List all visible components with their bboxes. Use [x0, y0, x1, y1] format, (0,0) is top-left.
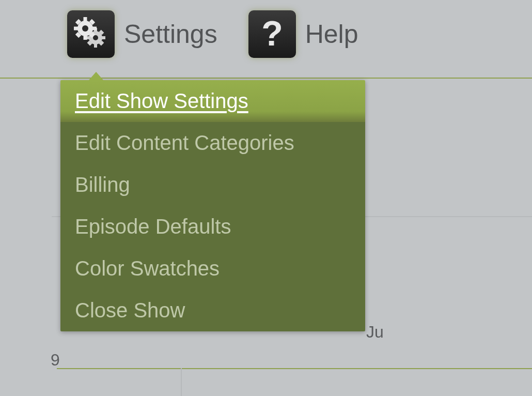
settings-label: Settings: [124, 19, 217, 49]
svg-rect-13: [84, 35, 87, 40]
menu-close-show[interactable]: Close Show: [60, 290, 365, 331]
gears-icon: [67, 10, 115, 58]
svg-rect-3: [94, 43, 97, 48]
svg-rect-14: [74, 27, 79, 31]
menu-color-swatches[interactable]: Color Swatches: [60, 248, 365, 290]
toolbar-divider: [0, 78, 532, 79]
menu-edit-show-settings[interactable]: Edit Show Settings: [60, 80, 365, 122]
calendar-col-label: Ju: [366, 323, 384, 342]
svg-rect-5: [101, 36, 105, 39]
toolbar: Settings ? Help: [0, 0, 532, 68]
svg-point-1: [93, 35, 98, 40]
menu-billing[interactable]: Billing: [60, 164, 365, 206]
svg-point-11: [82, 25, 88, 32]
svg-rect-15: [92, 27, 97, 31]
help-label: Help: [305, 19, 358, 49]
svg-rect-12: [84, 17, 87, 22]
menu-episode-defaults[interactable]: Episode Defaults: [60, 206, 365, 248]
settings-dropdown: Edit Show Settings Edit Content Categori…: [60, 80, 365, 331]
dropdown-arrow: [89, 72, 103, 80]
question-icon: ?: [248, 10, 296, 58]
calendar-row-label: 9: [51, 351, 60, 370]
svg-text:?: ?: [261, 16, 283, 53]
settings-button[interactable]: Settings: [67, 10, 217, 58]
help-button[interactable]: ? Help: [248, 10, 358, 58]
menu-edit-content-categories[interactable]: Edit Content Categories: [60, 122, 365, 164]
